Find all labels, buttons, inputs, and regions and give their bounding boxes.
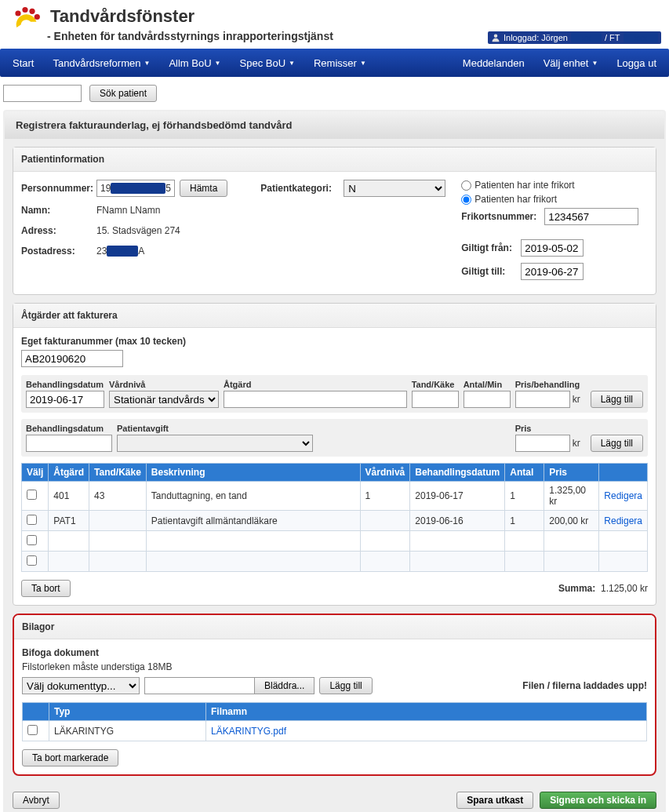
table-row: PAT1Patientavgift allmäntandläkare2019-0… (22, 511, 648, 531)
nav-start[interactable]: Start (3, 49, 43, 77)
add-fee-button[interactable]: Lägg till (591, 435, 643, 452)
actions-table: Välj Åtgärd Tand/Käke Beskrivning Vårdni… (21, 463, 648, 572)
sign-submit-button[interactable]: Signera och skicka in (540, 792, 656, 809)
col-niva: Vårdnivå (360, 464, 410, 482)
radio-no-frikort[interactable] (461, 180, 471, 191)
nav-spec-bou[interactable]: Spec BoU▼ (231, 49, 304, 77)
logo (9, 6, 41, 35)
app-subtitle: - Enheten för tandvårdsstyrnings inrappo… (47, 30, 333, 42)
patient-search-input[interactable] (3, 85, 82, 102)
kr-label: kr (573, 394, 580, 405)
pris2-input[interactable] (515, 435, 570, 452)
tand-input[interactable] (412, 391, 459, 408)
radio-has-frikort[interactable] (461, 195, 471, 205)
addr-value: 15. Stadsvägen 274 (96, 224, 180, 238)
behdat-input[interactable] (26, 391, 104, 408)
cancel-button[interactable]: Avbryt (13, 792, 60, 809)
patavg-label: Patientavgift (117, 424, 313, 433)
svg-point-2 (29, 9, 35, 14)
col-edit (599, 464, 648, 482)
table-row (22, 552, 648, 572)
pnr-input[interactable]: 19x5 (96, 180, 175, 197)
row-check[interactable] (27, 535, 37, 545)
patient-panel: Patientinformation Personnummer: 19x5 Hä… (13, 147, 656, 295)
col-filnamn: Filnamn (206, 703, 647, 721)
attachments-table: Typ Filnamn LÄKARINTYGLÄKARINTYG.pdf (22, 702, 647, 741)
nav-logga-ut[interactable]: Logga ut (607, 49, 666, 77)
user-icon (491, 33, 500, 42)
col-typ: Typ (49, 703, 206, 721)
eget-input[interactable] (21, 350, 123, 367)
pris-input[interactable] (515, 391, 570, 408)
hamta-button[interactable]: Hämta (180, 180, 227, 197)
login-info: Inloggad: Jörgenxx / FTxxx (488, 31, 661, 44)
edit-link[interactable]: Redigera (604, 490, 642, 501)
chevron-down-icon: ▼ (289, 60, 295, 67)
nav-remisser[interactable]: Remisser▼ (304, 49, 376, 77)
radio-yes-label: Patienten har frikort (474, 194, 557, 205)
col-antal: Antal (505, 464, 544, 482)
antal-input[interactable] (464, 391, 511, 408)
browse-button[interactable]: Bläddra... (254, 677, 315, 694)
actions-panel: Åtgärder att fakturera Eget fakturanumme… (13, 303, 656, 606)
page-title: Registrera fakturaunderlag, ej förhandsb… (5, 111, 664, 139)
save-draft-button[interactable]: Spara utkast (456, 792, 533, 809)
cat-label: Patientkategori: (260, 183, 339, 194)
col-dat: Behandlingsdatum (410, 464, 505, 482)
frikort-label: Frikortsnummer: (461, 211, 540, 222)
table-row: 40143Tanduttagning, en tand12019-06-1711… (22, 482, 648, 511)
search-patient-button[interactable]: Sök patient (89, 85, 157, 102)
eget-label: Eget fakturanummer (max 10 tecken) (21, 336, 648, 347)
behdat-label: Behandlingsdatum (26, 380, 104, 389)
delete-files-button[interactable]: Ta bort markerade (22, 749, 118, 766)
upload-message: Filen / filerna laddades upp! (522, 680, 647, 691)
till-input[interactable] (521, 263, 584, 280)
cat-select[interactable]: N (344, 180, 445, 197)
chevron-down-icon: ▼ (215, 60, 221, 67)
from-label: Giltigt från: (461, 242, 516, 253)
patavg-select[interactable] (117, 435, 313, 452)
nav-meddelanden[interactable]: Meddelanden (453, 49, 534, 77)
add-file-button[interactable]: Lägg till (319, 677, 372, 694)
attachments-header: Bilagor (14, 615, 655, 639)
svg-point-3 (35, 14, 40, 20)
frikort-input[interactable] (544, 208, 638, 225)
add-action-button[interactable]: Lägg till (591, 391, 643, 408)
delete-rows-button[interactable]: Ta bort (21, 580, 71, 597)
row-check[interactable] (27, 515, 37, 525)
row-check[interactable] (27, 490, 37, 500)
nav-valj-enhet[interactable]: Välj enhet▼ (534, 49, 608, 77)
col-tand: Tand/Käke (89, 464, 147, 482)
edit-link[interactable]: Redigera (604, 515, 642, 526)
pris2-label: Pris (515, 424, 586, 433)
file-check[interactable] (27, 725, 38, 735)
col-pris: Pris (544, 464, 599, 482)
nav-tandvårdsreformen[interactable]: Tandvårdsreformen▼ (43, 49, 159, 77)
name-label: Namn: (21, 205, 92, 216)
file-link[interactable]: LÄKARINTYG.pdf (211, 726, 286, 737)
col-valj: Välj (22, 464, 49, 482)
from-input[interactable] (521, 239, 584, 257)
antal-label: Antal/Min (464, 380, 511, 389)
behdat2-input[interactable] (26, 435, 112, 452)
nav-allm-bou[interactable]: Allm BoU▼ (159, 49, 230, 77)
atgard-label: Åtgärd (224, 380, 407, 389)
vardniva-select[interactable]: Stationär tandvårdsin (109, 391, 219, 408)
chevron-down-icon: ▼ (360, 60, 366, 67)
vardniva-label: Vårdnivå (109, 380, 219, 389)
pris-label: Pris/behandling (515, 380, 586, 389)
file-path-input[interactable] (144, 677, 254, 694)
post-label: Postadress: (21, 246, 92, 257)
atgard-input[interactable] (224, 391, 407, 408)
table-row (22, 531, 648, 552)
row-check[interactable] (27, 555, 37, 566)
post-value: 23xxA (96, 244, 144, 258)
radio-no-label: Patienten har inte frikort (474, 180, 574, 191)
svg-point-1 (22, 7, 27, 13)
name-value: FNamn LNamn (96, 203, 160, 217)
svg-point-4 (494, 35, 498, 38)
doctype-select[interactable]: Välj dokumenttyp... (22, 677, 140, 694)
addr-label: Adress: (21, 225, 92, 236)
svg-point-0 (15, 10, 20, 16)
kr2-label: kr (573, 438, 580, 449)
